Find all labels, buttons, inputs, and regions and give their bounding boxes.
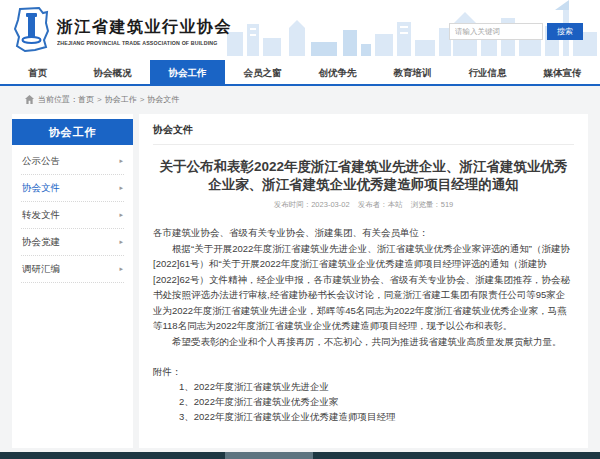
paragraph-salutation: 各市建筑业协会、省级有关专业协会、浙建集团、有关会员单位： [153,225,574,241]
site-title: 浙江省建筑业行业协会 [57,17,253,37]
main-nav: 首页 协会概况 协会工作 会员之窗 创优争先 教育培训 行业信息 媒体宣传 [0,60,600,86]
paragraph-closing: 希望受表彰的企业和个人再接再厉，不忘初心，共同为推进我省建筑业高质量发展贡献力量… [153,334,574,350]
search-button[interactable]: 搜索 [547,23,583,40]
sidebar-title: 协会工作 [12,119,133,145]
sidebar-item-association-files[interactable]: 协会文件 ▸ [21,175,124,202]
sidebar-item-label: 公示公告 [22,155,60,168]
publish-time: 发布时间：2023-03-02 [274,200,350,209]
section-title: 协会文件 [153,123,574,145]
nav-item-home[interactable]: 首页 [0,60,75,84]
chevron-right-icon: ▸ [119,265,123,273]
chevron-right-icon: ▸ [119,157,123,165]
sidebar-item-public-notices[interactable]: 公示公告 ▸ [21,148,124,175]
breadcrumb-prefix: 当前位置： [38,94,78,105]
nav-item-industry-info[interactable]: 行业信息 [450,60,525,84]
sidebar-item-label: 协会文件 [22,182,60,195]
site-header: 浙江省建筑业行业协会 ZHEJIANG PROVINCIAL TRADE ASS… [0,0,600,60]
breadcrumb: 当前位置： 首页 > 协会工作 > 协会文件 [0,86,600,112]
logo[interactable]: 浙江省建筑业行业协会 ZHEJIANG PROVINCIAL TRADE ASS… [13,7,253,56]
nav-item-about[interactable]: 协会概况 [75,60,150,84]
chevron-right-icon: ▸ [119,211,123,219]
nav-item-excellence[interactable]: 创优争先 [300,60,375,84]
breadcrumb-association-work[interactable]: 协会工作 [105,94,137,105]
article-body: 各市建筑业协会、省级有关专业协会、浙建集团、有关会员单位： 根据“关于开展202… [153,225,574,349]
nav-item-education[interactable]: 教育培训 [375,60,450,84]
attachments-section: 附件： 1、2022年度浙江省建筑业先进企业 2、2022年度浙江省建筑业优秀企… [153,364,574,424]
home-icon [25,95,34,104]
sidebar-item-research-compilation[interactable]: 调研汇编 ▸ [21,256,124,283]
sidebar-item-label: 转发文件 [22,209,60,222]
chevron-right-icon: ▸ [119,238,123,246]
sidebar-item-party-building[interactable]: 协会党建 ▸ [21,229,124,256]
breadcrumb-separator: > [140,95,145,104]
publisher: 发布者：本站 [358,200,403,209]
sidebar-item-forwarded-files[interactable]: 转发文件 ▸ [21,202,124,229]
search-input[interactable] [449,23,543,40]
main-area: 协会工作 公示公告 ▸ 协会文件 ▸ 转发文件 ▸ 协会党建 ▸ 调研汇编 ▸ [0,112,600,448]
sidebar: 协会工作 公示公告 ▸ 协会文件 ▸ 转发文件 ▸ 协会党建 ▸ 调研汇编 ▸ [12,114,133,448]
footer-bar [0,452,600,459]
site-subtitle: ZHEJIANG PROVINCIAL TRADE ASSOCIATION OF… [57,40,218,46]
sidebar-item-label: 协会党建 [22,236,60,249]
view-count: 浏览量：519 [411,200,454,209]
attachments-label: 附件： [153,364,574,379]
nav-item-media[interactable]: 媒体宣传 [525,60,600,84]
attachment-link-2[interactable]: 2、2022年度浙江省建筑业优秀企业家 [179,394,574,409]
breadcrumb-separator: > [97,95,102,104]
search-bar: 搜索 [449,23,583,40]
association-logo-icon [13,7,50,56]
breadcrumb-home[interactable]: 首页 [78,94,94,105]
article-panel: 协会文件 关于公布和表彰2022年度浙江省建筑业先进企业、浙江省建筑业优秀企业家… [139,114,588,448]
nav-item-association-work[interactable]: 协会工作 [150,60,225,84]
paragraph-main: 根据“关于开展2022年度浙江省建筑业先进企业、浙江省建筑业优秀企业家评选的通知… [153,241,574,334]
breadcrumb-association-files[interactable]: 协会文件 [147,94,179,105]
footer-bar-segment [225,452,313,459]
nav-item-members[interactable]: 会员之窗 [225,60,300,84]
chevron-right-icon: ▸ [119,184,123,192]
attachment-link-3[interactable]: 3、2022年度浙江省建筑业企业优秀建造师项目经理 [179,409,574,424]
article-title: 关于公布和表彰2022年度浙江省建筑业先进企业、浙江省建筑业优秀企业家、浙江省建… [157,158,570,193]
article-meta: 发布时间：2023-03-02 发布者：本站 浏览量：519 [153,200,574,210]
sidebar-item-label: 调研汇编 [22,263,60,276]
attachment-link-1[interactable]: 1、2022年度浙江省建筑业先进企业 [179,379,574,394]
